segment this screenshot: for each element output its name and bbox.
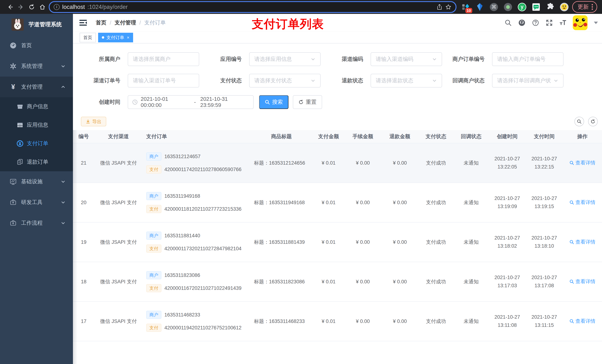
tags-view-bar: 首页 支付订单 ×	[73, 32, 602, 43]
input-merchant[interactable]: 请选择所属商户	[128, 52, 199, 66]
select-notify-status[interactable]: 请选择订单回调商户状态	[492, 74, 563, 87]
github-icon[interactable]	[518, 19, 526, 27]
cell-notify-status: 未通知	[453, 278, 489, 285]
font-size-icon[interactable]	[559, 19, 567, 27]
filter-field-channel-code: 渠道编码 请输入渠道编码	[321, 52, 442, 66]
tag-pay-order[interactable]: 支付订单 ×	[98, 33, 133, 42]
channel-order-line: 支付 4200001173202110272847982104	[146, 245, 250, 253]
view-details-link[interactable]: 查看详情	[570, 239, 595, 245]
reload-icon[interactable]	[26, 2, 37, 12]
channel-order-line: 支付 4200001181202110277723215336	[146, 205, 250, 213]
gear-icon	[9, 63, 17, 70]
toggle-search-button[interactable]	[574, 117, 584, 126]
kite-extension-icon[interactable]	[475, 3, 484, 11]
extensions-row: 10 ⌘ y	[462, 3, 569, 11]
user-avatar[interactable]	[573, 15, 588, 30]
sidebar-item-infra[interactable]: 基础设施	[0, 171, 73, 192]
cell-product-title: 标题：1635311823086	[250, 278, 313, 285]
sidebar-item-label: 工作流程	[21, 219, 43, 227]
view-details-link[interactable]: 查看详情	[570, 278, 595, 285]
cell-pay-time: 2021-10-27 13:18:10	[526, 234, 563, 250]
select-refund-status[interactable]: 请选择退款状态	[371, 74, 442, 87]
sidebar-item-system[interactable]: 系统管理	[0, 56, 73, 77]
select-pay-status[interactable]: 请选择支付状态	[249, 74, 321, 87]
tag-home[interactable]: 首页	[80, 33, 96, 42]
sidebar-item-home[interactable]: 首页	[0, 35, 73, 56]
filter-row-1: 所属商户 请选择所属商户 应用编号 请选择应用信息 渠道编码 请输入渠道编码 商…	[73, 52, 602, 66]
chevron-down-icon	[311, 57, 315, 62]
sidebar-item-refund-order[interactable]: 退款订单	[0, 153, 73, 171]
y-extension-icon[interactable]: y	[518, 3, 526, 11]
sidebar-item-app-info[interactable]: 应用信息	[0, 116, 73, 134]
pay-tag: 支付	[146, 205, 161, 213]
cell-notify-status: 未通知	[453, 199, 489, 206]
share-icon[interactable]	[436, 4, 443, 10]
site-info-icon[interactable]: i	[54, 4, 60, 10]
cell-pay-time: 2021-10-27 13:19:15	[526, 194, 563, 210]
bookmark-star-icon[interactable]	[445, 4, 452, 10]
home-icon[interactable]	[37, 2, 48, 12]
workspace-extension-icon[interactable]: 10	[462, 3, 470, 11]
sidebar-item-label: 系统管理	[21, 62, 43, 70]
breadcrumb-pay[interactable]: 支付管理	[115, 19, 136, 26]
forward-icon[interactable]	[16, 2, 26, 12]
sidebar-collapse-icon[interactable]	[79, 19, 87, 26]
fullscreen-icon[interactable]	[545, 19, 553, 27]
tag-close-icon[interactable]: ×	[127, 35, 129, 40]
export-button[interactable]: 导出	[81, 117, 106, 126]
sidebar-item-dev-tools[interactable]: 研发工具	[0, 192, 73, 213]
cell-pay-amount: ¥ 0.01	[313, 279, 344, 285]
cell-create-time: 2021-10-27 13:19:09	[489, 194, 526, 210]
filter-field-channel-order-no: 渠道订单号 请输入渠道订单号	[78, 74, 199, 87]
table-row: 19 微信 JSAPI 支付 商户 1635311881440 支付 42000…	[73, 222, 602, 262]
refresh-table-button[interactable]	[588, 117, 598, 126]
sidebar-item-merchant-info[interactable]: 商户信息	[0, 97, 73, 116]
cell-create-time: 2021-10-27 13:22:05	[489, 155, 526, 171]
input-merchant-order-no[interactable]: 请输入商户订单编号	[492, 52, 563, 66]
column-header-5: 手续金额	[344, 133, 381, 140]
view-details-link[interactable]: 查看详情	[570, 159, 595, 166]
avatar-caret-icon[interactable]	[594, 22, 598, 24]
command-extension-icon[interactable]: ⌘	[490, 3, 498, 11]
url-bar[interactable]: i localhost :1024/pay/order	[50, 2, 456, 12]
help-icon[interactable]	[532, 19, 539, 27]
cell-fee-amount: ¥ 0.00	[344, 239, 381, 245]
back-icon[interactable]	[5, 2, 16, 12]
column-header-1: 支付渠道	[94, 133, 142, 140]
sidebar-item-pay[interactable]: ¥ 支付管理	[0, 77, 73, 97]
view-details-link[interactable]: 查看详情	[570, 199, 595, 206]
column-header-8: 回调状态	[453, 133, 489, 140]
search-button[interactable]: 搜索	[259, 95, 288, 109]
table-grid-icon	[16, 122, 23, 128]
recorder-extension-icon[interactable]	[504, 3, 512, 11]
cell-create-time: 2021-10-27 13:18:02	[489, 234, 526, 250]
breadcrumb: 首页 / 支付管理 / 支付订单	[96, 19, 166, 26]
select-channel-code[interactable]: 请输入渠道编码	[371, 52, 442, 66]
view-details-link[interactable]: 查看详情	[570, 318, 595, 324]
breadcrumb-home[interactable]: 首页	[96, 19, 107, 26]
cell-pay-status: 支付成功	[418, 160, 453, 166]
sidebar-item-pay-order[interactable]: 支付订单	[0, 134, 73, 153]
cell-pay-status: 支付成功	[418, 199, 453, 206]
search-icon[interactable]	[504, 19, 512, 27]
merchant-order-line: 商户 1635311881440	[146, 232, 250, 240]
column-header-0: 编号	[73, 133, 94, 140]
date-start[interactable]: 2021-10-01 00:00:00	[141, 96, 190, 108]
profile-avatar-icon[interactable]	[560, 3, 569, 11]
reset-button[interactable]: 重置	[293, 95, 322, 109]
magnifier-icon	[570, 240, 574, 244]
sidebar-item-workflow[interactable]: 工作流程	[0, 213, 73, 233]
chat-extension-icon[interactable]	[532, 3, 540, 11]
date-range-input[interactable]: 2021-10-01 00:00:00 - 2021-10-31 23:59:5…	[128, 95, 254, 109]
merchant-tag: 商户	[146, 311, 161, 319]
date-end[interactable]: 2021-10-31 23:59:59	[200, 96, 249, 108]
select-app-no[interactable]: 请选择应用信息	[249, 52, 321, 66]
chevron-down-icon	[61, 200, 65, 205]
puzzle-extensions-icon[interactable]	[546, 3, 554, 11]
clock-icon	[132, 99, 138, 105]
chrome-update-button[interactable]: 更新	[572, 1, 597, 13]
sidebar-item-label: 退款订单	[27, 158, 48, 166]
input-channel-order-no[interactable]: 请输入渠道订单号	[128, 74, 199, 87]
browser-menu-icon[interactable]	[592, 4, 593, 10]
rabbit-logo	[11, 19, 24, 31]
